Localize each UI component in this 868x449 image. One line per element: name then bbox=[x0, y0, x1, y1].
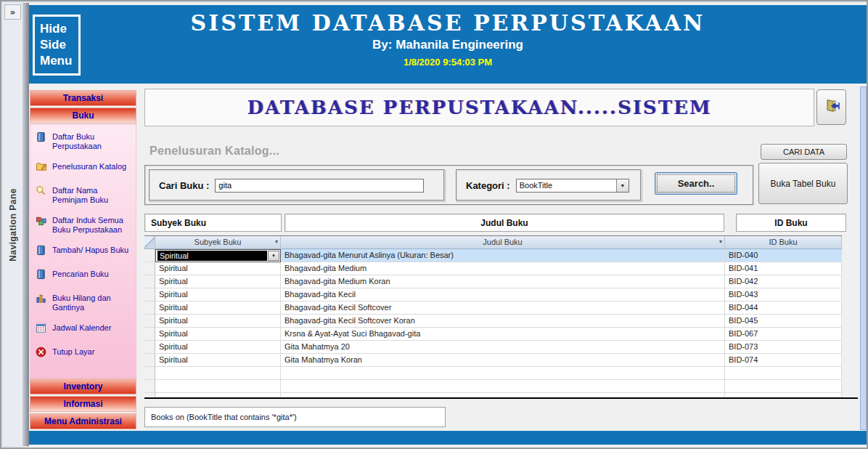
id-cell[interactable]: BID-044 bbox=[725, 302, 842, 315]
table-row[interactable]: SpiritualBhagavad-gita Kecil Softcover K… bbox=[144, 315, 842, 328]
empty-cell[interactable] bbox=[725, 367, 842, 380]
subyek-cell[interactable]: Spiritual bbox=[155, 302, 281, 315]
row-selector[interactable] bbox=[144, 249, 155, 262]
datasheet-header-id-buku[interactable]: ID Buku bbox=[725, 236, 842, 249]
judul-cell[interactable]: Bhagavad-gita Kecil Softcover bbox=[281, 302, 725, 315]
sidebar-item-daftar-nama-peminjam-buku[interactable]: Daftar Nama Peminjam Buku bbox=[36, 186, 133, 205]
subyek-cell[interactable]: Spiritual bbox=[155, 328, 281, 341]
table-row[interactable]: SpiritualKrsna & Ayat-Ayat Suci Bhagavad… bbox=[144, 328, 842, 341]
empty-cell[interactable] bbox=[281, 367, 725, 380]
judul-cell[interactable]: Bhagavad-gita Medium bbox=[281, 262, 725, 275]
judul-cell[interactable]: Bhagavad-gita Menurut Aslinya (Ukuran: B… bbox=[281, 249, 725, 262]
sidebar-item-buku-hilang-dan-gantinya[interactable]: Buku Hilang dan Gantinya bbox=[36, 294, 133, 312]
status-box: Books on (BookTitle that contains '*gita… bbox=[144, 407, 446, 427]
sidebar-item-pencarian-buku[interactable]: Pencarian Buku bbox=[36, 270, 133, 283]
judul-cell[interactable]: Krsna & Ayat-Ayat Suci Bhagavad-gita bbox=[281, 328, 725, 341]
judul-cell[interactable]: Gita Mahatmya Koran bbox=[281, 354, 725, 367]
id-cell[interactable]: BID-043 bbox=[725, 288, 842, 302]
nav-pane-expand-button[interactable]: » bbox=[4, 4, 21, 20]
datasheet-header-judul-buku[interactable]: Judul Buku▾ bbox=[281, 236, 725, 249]
judul-cell[interactable]: Gita Mahatmya 20 bbox=[281, 341, 725, 354]
subyek-cell[interactable]: Spiritual bbox=[155, 275, 281, 288]
cari-data-button[interactable]: CARI DATA bbox=[761, 144, 847, 160]
row-selector[interactable] bbox=[144, 302, 155, 315]
empty-cell[interactable] bbox=[725, 393, 842, 397]
vertical-scrollbar[interactable] bbox=[860, 86, 867, 430]
sidebar-group-transaksi[interactable]: Transaksi bbox=[30, 90, 136, 106]
id-cell[interactable]: BID-042 bbox=[725, 275, 842, 288]
empty-cell[interactable] bbox=[725, 380, 842, 393]
buka-tabel-buku-button[interactable]: Buka Tabel Buku bbox=[758, 163, 848, 204]
row-selector[interactable] bbox=[144, 341, 155, 354]
row-selector[interactable] bbox=[144, 288, 155, 302]
subyek-cell-combo[interactable]: Spiritual▾ bbox=[155, 249, 281, 262]
sidebar-item-daftar-induk-semua-buku-perpustakaan[interactable]: Daftar Induk Semua Buku Perpustakaan bbox=[36, 216, 133, 235]
judul-cell[interactable]: Bhagavad-gita Kecil Softcover Koran bbox=[281, 315, 725, 328]
judul-cell[interactable]: Bhagavad-gita Medium Koran bbox=[281, 275, 725, 288]
sidebar-item-tutup-layar[interactable]: Tutup Layar bbox=[36, 347, 133, 360]
select-all-corner[interactable] bbox=[144, 236, 155, 249]
empty-cell[interactable] bbox=[155, 393, 281, 397]
subyek-cell[interactable]: Spiritual bbox=[155, 354, 281, 367]
sidebar-group-buku[interactable]: Buku bbox=[30, 108, 136, 124]
id-cell[interactable]: BID-041 bbox=[725, 262, 842, 275]
row-selector[interactable] bbox=[144, 354, 155, 367]
table-row-empty[interactable] bbox=[144, 393, 842, 397]
navigation-pane-label[interactable]: Navigation Pane bbox=[8, 188, 18, 262]
cari-buku-input[interactable] bbox=[215, 179, 424, 193]
id-cell[interactable]: BID-045 bbox=[725, 315, 842, 328]
row-selector[interactable] bbox=[144, 380, 155, 393]
sidebar-item-tambah-hapus-buku[interactable]: Tambah/ Hapus Buku bbox=[36, 246, 133, 259]
row-selector[interactable] bbox=[144, 315, 155, 328]
subyek-cell[interactable]: Spiritual bbox=[155, 262, 281, 275]
status-text: Books on (BookTitle that contains '*gita… bbox=[151, 413, 297, 421]
row-selector[interactable] bbox=[144, 275, 155, 288]
exit-form-button[interactable] bbox=[816, 89, 846, 125]
row-selector[interactable] bbox=[144, 393, 155, 397]
subyek-cell[interactable]: Spiritual bbox=[155, 288, 281, 302]
sidebar-item-jadwal-kalender[interactable]: Jadwal Kalender bbox=[36, 323, 133, 336]
kategori-dropdown-arrow-icon[interactable]: ▾ bbox=[616, 179, 629, 192]
sidebar-item-daftar-buku-perpustakaan[interactable]: Daftar Buku Perpustakaan bbox=[36, 132, 133, 151]
id-cell[interactable]: BID-074 bbox=[725, 354, 842, 367]
sidebar-menu: TransaksiBuku Daftar Buku PerpustakaanPe… bbox=[30, 85, 136, 430]
empty-cell[interactable] bbox=[281, 393, 725, 397]
row-selector[interactable] bbox=[144, 262, 155, 275]
subyek-cell[interactable]: Spiritual bbox=[155, 315, 281, 328]
sort-filter-arrow-icon[interactable]: ▾ bbox=[719, 238, 722, 245]
sort-filter-arrow-icon[interactable]: ▾ bbox=[275, 238, 278, 245]
table-row-empty[interactable] bbox=[144, 367, 842, 380]
sidebar-group-menu-administrasi[interactable]: Menu Administrasi bbox=[30, 413, 136, 429]
empty-cell[interactable] bbox=[155, 380, 281, 393]
table-row[interactable]: Spiritual▾Bhagavad-gita Menurut Aslinya … bbox=[144, 249, 842, 262]
row-selector[interactable] bbox=[144, 328, 155, 341]
row-selector[interactable] bbox=[144, 367, 155, 380]
sidebar-group-informasi[interactable]: Informasi bbox=[30, 396, 136, 412]
table-row-empty[interactable] bbox=[144, 380, 842, 393]
table-row[interactable]: SpiritualBhagavad-gita Medium KoranBID-0… bbox=[144, 275, 842, 288]
app-window: » Navigation Pane Hide Side Menu SISTEM … bbox=[0, 0, 868, 449]
kategori-dropdown[interactable]: BookTitle ▾ bbox=[516, 179, 629, 193]
empty-cell[interactable] bbox=[155, 367, 281, 380]
id-cell[interactable]: BID-040 bbox=[725, 249, 842, 262]
datasheet-header-subyek-buku[interactable]: Subyek Buku▾ bbox=[155, 236, 281, 249]
subyek-cell[interactable]: Spiritual bbox=[155, 341, 281, 354]
column-label-judul: Judul Buku bbox=[284, 214, 724, 232]
judul-cell[interactable]: Bhagavad-gita Kecil bbox=[281, 288, 725, 302]
table-row[interactable]: SpiritualBhagavad-gita KecilBID-043 bbox=[144, 288, 842, 302]
sidebar-item-penelusuran-katalog[interactable]: Penelusuran Katalog bbox=[36, 162, 133, 175]
sidebar-top-groups: TransaksiBuku bbox=[30, 90, 136, 125]
table-row[interactable]: SpiritualBhagavad-gita MediumBID-041 bbox=[144, 262, 842, 275]
results-datasheet: Subyek Buku▾Judul Buku▾ID BukuSpiritual▾… bbox=[144, 235, 842, 397]
hide-side-menu-button[interactable]: Hide Side Menu bbox=[33, 15, 81, 76]
id-cell[interactable]: BID-073 bbox=[725, 341, 842, 354]
empty-cell[interactable] bbox=[281, 380, 725, 393]
search-button[interactable]: Search.. bbox=[655, 172, 737, 195]
table-row[interactable]: SpiritualBhagavad-gita Kecil SoftcoverBI… bbox=[144, 302, 842, 315]
id-cell[interactable]: BID-067 bbox=[725, 328, 842, 341]
sidebar-group-inventory[interactable]: Inventory bbox=[30, 379, 136, 395]
nav-pane-splitter[interactable] bbox=[23, 3, 29, 446]
table-row[interactable]: SpiritualGita Mahatmya 20BID-073 bbox=[144, 341, 842, 354]
table-row[interactable]: SpiritualGita Mahatmya KoranBID-074 bbox=[144, 354, 842, 367]
cell-dropdown-arrow-icon[interactable]: ▾ bbox=[268, 251, 279, 261]
